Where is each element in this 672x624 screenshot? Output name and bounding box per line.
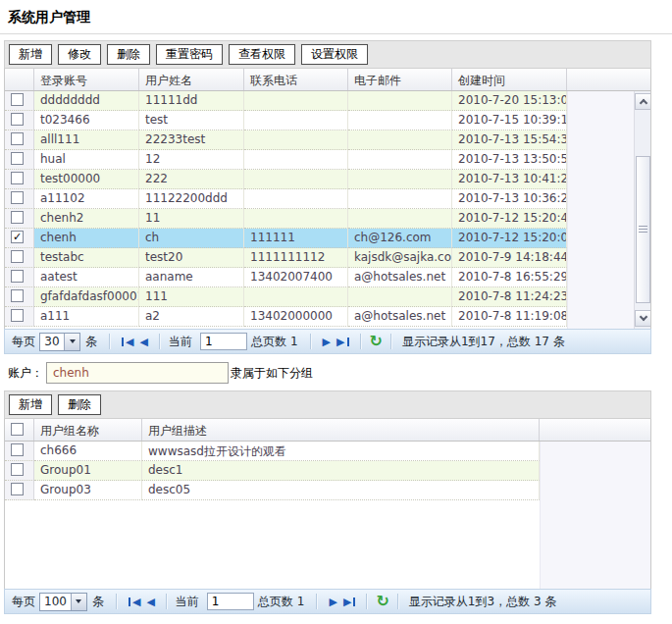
row-checkbox[interactable] bbox=[11, 443, 24, 456]
current-page-input[interactable] bbox=[207, 593, 254, 610]
cell-name: 11111dd bbox=[139, 91, 244, 111]
next-page-icon[interactable]: ▶ bbox=[320, 336, 334, 348]
row-checkbox[interactable] bbox=[11, 250, 24, 263]
cell-email bbox=[348, 111, 452, 130]
column-header-account[interactable]: 登录账号 bbox=[34, 69, 139, 90]
column-header-group-desc[interactable]: 用户组描述 bbox=[142, 419, 540, 441]
total-pages-label: 总页数 bbox=[258, 594, 293, 610]
pager-separator bbox=[397, 594, 399, 609]
column-header-created[interactable]: 创建时间 bbox=[452, 69, 567, 90]
column-header-phone[interactable]: 联系电话 bbox=[244, 69, 348, 90]
add-group-button[interactable]: 新增 bbox=[9, 394, 52, 415]
edit-user-button[interactable]: 修改 bbox=[58, 44, 101, 65]
cell-desc: wwwsasd拉开设计的观看 bbox=[142, 442, 540, 461]
row-checkbox[interactable] bbox=[11, 483, 24, 495]
pager-separator bbox=[390, 334, 392, 349]
account-input[interactable] bbox=[46, 362, 229, 384]
cell-phone bbox=[244, 130, 348, 150]
groups-table-body: ch666wwwsasd拉开设计的观看Group01desc1Group03de… bbox=[5, 442, 650, 589]
column-header-name[interactable]: 用户姓名 bbox=[139, 69, 244, 90]
cell-phone bbox=[244, 209, 348, 229]
row-checkbox-cell bbox=[5, 189, 34, 209]
row-checkbox[interactable] bbox=[11, 132, 24, 145]
vertical-scrollbar[interactable] bbox=[634, 91, 650, 329]
first-page-icon[interactable]: ◀ bbox=[119, 336, 136, 348]
cell-phone: 1111111112 bbox=[244, 248, 348, 268]
select-all-checkbox[interactable] bbox=[11, 423, 24, 436]
per-page-label: 每页 bbox=[12, 334, 35, 350]
table-row[interactable]: Group03desc05 bbox=[5, 481, 540, 500]
table-row[interactable]: aatestaaname13402007400a@hotsales.net201… bbox=[5, 268, 567, 287]
column-header-email[interactable]: 电子邮件 bbox=[348, 69, 452, 90]
table-row[interactable]: testabctest201111111112kajsdk@sajka.com2… bbox=[5, 248, 567, 268]
column-header-group-name[interactable]: 用户组名称 bbox=[34, 419, 142, 441]
users-rows: dddddddd11111dd2010-7-20 15:13:00t023466… bbox=[5, 91, 567, 329]
row-checkbox-cell bbox=[5, 248, 34, 268]
delete-group-button[interactable]: 删除 bbox=[58, 394, 101, 415]
reset-password-button[interactable]: 重置密码 bbox=[156, 44, 223, 65]
table-row[interactable]: alll11122233test2010-7-13 15:54:38 bbox=[5, 130, 567, 150]
table-row[interactable]: ✓chenhch111111ch@126.com2010-7-12 15:20:… bbox=[5, 229, 567, 248]
cell-email bbox=[348, 150, 452, 170]
row-checkbox[interactable] bbox=[11, 191, 24, 204]
last-page-icon[interactable]: ▶ bbox=[340, 596, 358, 608]
groups-pager: 每页 100 条 ◀ ◀ 当前 总页数 1 ▶ ▶ ↻ 显示记录从1到3，总数 … bbox=[4, 589, 651, 614]
scrollbar-thumb[interactable] bbox=[636, 156, 650, 303]
table-row[interactable]: Group01desc1 bbox=[5, 461, 540, 481]
row-checkbox[interactable] bbox=[11, 93, 24, 106]
row-checkbox[interactable] bbox=[11, 309, 24, 322]
view-permissions-button[interactable]: 查看权限 bbox=[229, 44, 295, 65]
table-row[interactable]: dddddddd11111dd2010-7-20 15:13:00 bbox=[5, 91, 567, 111]
dropdown-arrow-icon[interactable] bbox=[71, 594, 86, 610]
users-panel: 新增 修改 删除 重置密码 查看权限 设置权限 登录账号 用户姓名 联系电话 电… bbox=[4, 40, 651, 354]
prev-page-icon[interactable]: ◀ bbox=[143, 596, 157, 608]
row-checkbox[interactable] bbox=[11, 172, 24, 184]
table-row[interactable]: a111a213402000000a@hotsales.net2010-7-8 … bbox=[5, 307, 567, 327]
row-checkbox-cell bbox=[5, 287, 34, 307]
row-checkbox[interactable] bbox=[11, 152, 24, 165]
next-page-icon[interactable]: ▶ bbox=[326, 596, 339, 608]
row-checkbox[interactable] bbox=[11, 270, 24, 283]
cell-email: ch@126.com bbox=[348, 229, 452, 248]
per-page-select[interactable]: 30 bbox=[39, 333, 80, 351]
table-row[interactable]: ch666wwwsasd拉开设计的观看 bbox=[5, 442, 540, 461]
row-checkbox-checked[interactable]: ✓ bbox=[11, 231, 24, 243]
table-row[interactable]: a1110211122200ddd2010-7-13 10:36:21 bbox=[5, 189, 567, 209]
per-page-select[interactable]: 100 bbox=[39, 593, 87, 611]
table-row[interactable]: hual122010-7-13 13:50:55 bbox=[5, 150, 567, 170]
table-row[interactable]: t023466test2010-7-15 10:39:18 bbox=[5, 111, 567, 130]
cell-name: ch bbox=[139, 229, 244, 248]
add-user-button[interactable]: 新增 bbox=[9, 44, 52, 65]
row-checkbox-cell bbox=[5, 481, 34, 500]
cell-name: test bbox=[139, 111, 244, 130]
cell-phone bbox=[244, 91, 348, 111]
refresh-icon[interactable]: ↻ bbox=[376, 594, 388, 609]
table-row[interactable]: test000002222010-7-13 10:41:29 bbox=[5, 170, 567, 189]
cell-name: test20 bbox=[139, 248, 244, 268]
cell-email bbox=[348, 91, 452, 111]
cell-email bbox=[348, 130, 452, 150]
scroll-up-button[interactable] bbox=[635, 93, 650, 110]
scroll-down-button[interactable] bbox=[635, 310, 650, 327]
delete-user-button[interactable]: 删除 bbox=[107, 44, 150, 65]
table-row[interactable]: chenh2112010-7-12 15:20:47 bbox=[5, 209, 567, 229]
cell-email bbox=[348, 170, 452, 189]
refresh-icon[interactable]: ↻ bbox=[370, 334, 383, 349]
last-page-icon[interactable]: ▶ bbox=[334, 336, 351, 348]
dropdown-arrow-icon[interactable] bbox=[64, 334, 79, 350]
row-checkbox[interactable] bbox=[11, 211, 24, 224]
record-summary: 显示记录从1到3，总数 3 条 bbox=[409, 594, 557, 610]
row-checkbox[interactable] bbox=[11, 463, 24, 476]
row-checkbox[interactable] bbox=[11, 289, 24, 302]
current-page-input[interactable] bbox=[200, 333, 247, 350]
set-permissions-button[interactable]: 设置权限 bbox=[301, 44, 368, 65]
pager-separator bbox=[166, 594, 168, 609]
row-checkbox-cell bbox=[5, 91, 34, 111]
row-checkbox[interactable] bbox=[11, 113, 24, 126]
first-page-icon[interactable]: ◀ bbox=[126, 596, 143, 608]
table-row[interactable]: gfafdafdasf000011112010-7-8 11:24:23 bbox=[5, 287, 567, 307]
prev-page-icon[interactable]: ◀ bbox=[136, 336, 150, 348]
cell-email: a@hotsales.net bbox=[348, 307, 452, 327]
cell-name: 111 bbox=[139, 287, 244, 307]
groups-table: 用户组名称 用户组描述 ch666wwwsasd拉开设计的观看Group01de… bbox=[4, 419, 651, 589]
